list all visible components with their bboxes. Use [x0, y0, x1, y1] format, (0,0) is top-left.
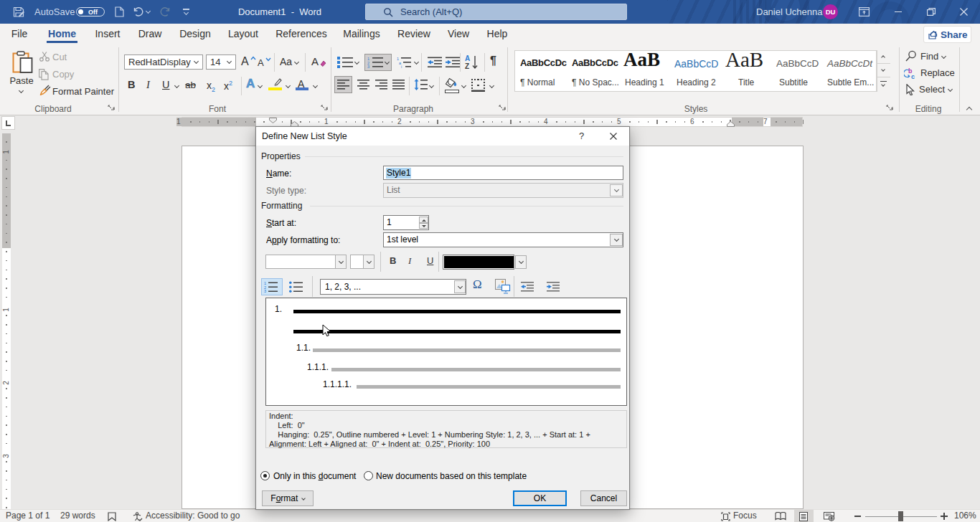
svg-text:3: 3: [264, 289, 266, 293]
svg-text:c: c: [911, 73, 915, 80]
svg-text:i: i: [401, 65, 402, 68]
svg-text:3: 3: [367, 65, 369, 68]
